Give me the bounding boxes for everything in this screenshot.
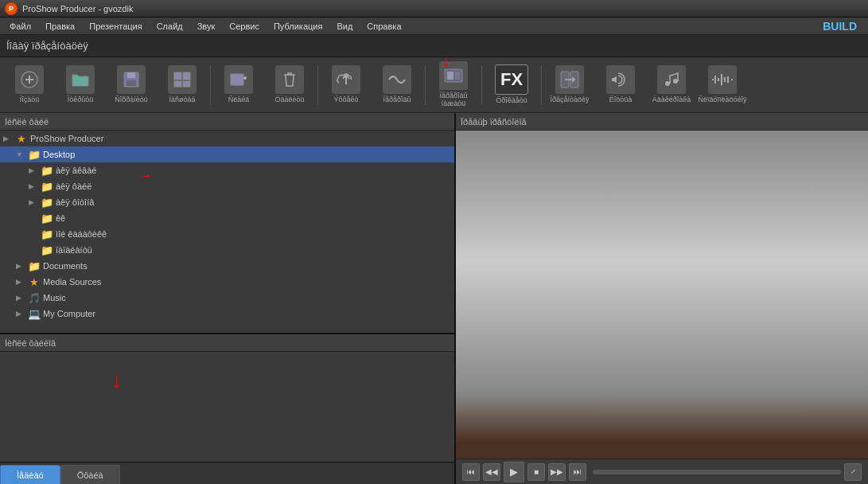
expand-mycomputer: ▶	[16, 310, 25, 318]
preview-drop-area: ↓	[0, 352, 454, 462]
step-fwd-btn[interactable]: ▶▶	[548, 463, 566, 481]
toolbar-sep-3	[425, 65, 426, 105]
effects-icon	[383, 65, 411, 94]
expand-folder3: ▶	[29, 198, 38, 206]
tab-slides[interactable]: Öôàéà	[60, 465, 120, 484]
toolbar-sep-2	[317, 65, 318, 105]
folder3-icon: 📁	[41, 196, 53, 209]
folder4-label: êê	[56, 213, 65, 223]
expand-desktop: ▼	[16, 150, 25, 158]
toolbar-btn-transitions[interactable]: Ïðåçåíòàöèÿ	[545, 61, 594, 109]
create-icon	[15, 65, 44, 94]
save-icon	[117, 65, 146, 94]
menu-edit[interactable]: Правка	[39, 20, 81, 33]
tree-item-music[interactable]: ▶ 🎵 Music	[0, 290, 454, 306]
tree-item-desktop[interactable]: ▼ 📁 Desktop	[0, 146, 454, 162]
music-label: Music	[43, 293, 66, 302]
tree-item-mediasources[interactable]: ▶ ★ Media Sources	[0, 274, 454, 290]
progress-bar[interactable]	[593, 470, 841, 474]
toolbar-btn-create[interactable]: Íîçàòü	[5, 61, 54, 109]
toolbar-btn-publish[interactable]: Ýôôåêò	[321, 61, 371, 109]
tree-item-mycomputer[interactable]: ▶ 💻 My Computer	[0, 306, 454, 322]
right-panel: Ïðåâüþ ïðåñòîëîã ⏮ ◀◀ ▶ ■ ▶▶ ⏭	[456, 113, 868, 484]
svg-point-15	[673, 79, 678, 84]
app-icon: P	[5, 2, 18, 15]
tree-item-proshow[interactable]: ▶ ★ ProShow Producer	[0, 131, 454, 146]
left-panel: Íèñëè ôàéë → ▶ ★ ProShow Producer ▼ 📁 De…	[0, 113, 456, 484]
svg-rect-8	[231, 74, 243, 85]
toolbar-waveform-label: Ñëïäòïïëàöóéîÿ	[698, 96, 746, 104]
toolbar-btn-open[interactable]: Îòêðûòü	[56, 61, 105, 109]
toolbar-btn-effects[interactable]: Ïåðåõîäû	[372, 61, 422, 109]
toolbar-add-label: Ñëàéä	[228, 96, 250, 104]
toolbar-save-label: Ñîõðàíèòü	[115, 96, 148, 104]
add-slide-icon	[224, 65, 253, 94]
content-area: Íèñëè ôàéë → ▶ ★ ProShow Producer ▼ 📁 De…	[0, 113, 868, 484]
toolbar-layout-label: Ìàñøòàá	[169, 96, 195, 104]
tree-item-folder2[interactable]: ▶ 📁 àêÿ ôàéë	[0, 178, 454, 194]
mycomputer-label: My Computer	[43, 309, 95, 318]
menu-slide[interactable]: Слайд	[150, 20, 189, 33]
expand-btn[interactable]: ⤢	[844, 463, 862, 481]
tab-slides-label: Öôàéà	[77, 470, 103, 480]
folder4-icon: 📁	[41, 212, 53, 224]
toolbar-btn-slide[interactable]: Ïåðåõîäû íàæàòü	[429, 61, 478, 109]
tree-item-folder5[interactable]: 📁 ìîé êàáàôèêê	[0, 226, 454, 242]
svg-rect-11	[455, 72, 460, 80]
toolbar-btn-audio[interactable]: Ëîöóüà	[596, 61, 645, 109]
svg-rect-2	[127, 72, 135, 78]
skip-fwd-btn[interactable]: ⏭	[569, 463, 586, 481]
menu-file[interactable]: Файл	[3, 20, 37, 33]
toolbar-slide-label: Ïåðåõîäû íàæàòü	[429, 92, 478, 108]
mediasources-label: Media Sources	[43, 277, 101, 287]
step-back-icon: ◀◀	[485, 467, 498, 476]
tab-media[interactable]: Ìåäèàó	[0, 465, 60, 484]
menu-presentation[interactable]: Презентация	[83, 20, 148, 33]
toolbar-open-label: Îòêðûòü	[68, 96, 94, 104]
skip-back-btn[interactable]: ⏮	[462, 463, 480, 481]
toolbar-sep-4	[481, 65, 482, 105]
toolbar-effects-label: Ïåðåõîäû	[383, 96, 411, 104]
svg-rect-5	[183, 72, 190, 80]
toolbar-btn-music[interactable]: Àäàêéðîàêà	[647, 61, 696, 109]
svg-rect-4	[174, 72, 181, 80]
file-tree[interactable]: → ▶ ★ ProShow Producer ▼ 📁 Desktop ▶ 📁	[0, 131, 454, 333]
toolbar-btn-fx[interactable]: FX Óðîêàåòü	[485, 61, 538, 109]
step-back-btn[interactable]: ◀◀	[483, 463, 500, 481]
proshow-label: ProShow Producer	[30, 134, 103, 143]
tree-item-folder3[interactable]: ▶ 📁 àêÿ ôîòîíâ	[0, 194, 454, 210]
toolbar-btn-layout[interactable]: Ìàñøòàá	[158, 61, 207, 109]
menu-service[interactable]: Сервис	[223, 20, 266, 33]
toolbar-btn-save[interactable]: Ñîõðàíèòü	[107, 61, 156, 109]
layout-icon	[168, 65, 197, 94]
app-title: ProShow Producer - gvozdik	[22, 4, 133, 14]
menu-sound[interactable]: Звук	[191, 20, 222, 33]
tree-item-documents[interactable]: ▶ 📁 Documents	[0, 258, 454, 274]
stop-btn[interactable]: ■	[527, 463, 545, 481]
toolbar-btn-add[interactable]: Ñëàéä	[214, 61, 263, 109]
tab-media-label: Ìåäèàó	[17, 470, 44, 480]
toolbar-btn-menu2[interactable]: Ñëïäòïïëàöóéîÿ	[698, 61, 747, 109]
tree-item-folder6[interactable]: 📁 ïàïàéàíòü	[0, 242, 454, 258]
music-icon	[657, 65, 686, 94]
music-folder-icon: 🎵	[28, 291, 41, 304]
toolbar-btn-remove[interactable]: Óäàëèòü	[265, 61, 314, 109]
menu-view[interactable]: Вид	[330, 20, 359, 33]
proshow-icon: ★	[15, 132, 28, 145]
computer-icon: 💻	[28, 307, 41, 320]
toolbar-music-label: Àäàêéðîàêà	[652, 96, 691, 104]
play-btn[interactable]: ▶	[504, 462, 524, 482]
expand-music: ▶	[16, 294, 25, 302]
slide-icon	[439, 61, 468, 90]
menu-help[interactable]: Справка	[360, 20, 407, 33]
expand-folder1: ▶	[29, 166, 38, 174]
play-icon: ▶	[510, 466, 518, 478]
svg-rect-10	[447, 72, 453, 80]
expand-mediasources: ▶	[16, 278, 25, 286]
tree-item-folder4[interactable]: 📁 êê	[0, 210, 454, 226]
desktop-label: Desktop	[43, 150, 75, 159]
menu-publish[interactable]: Публикация	[267, 20, 329, 33]
desktop-folder-icon: 📁	[28, 148, 41, 161]
tree-item-folder1[interactable]: ▶ 📁 àêÿ âêâàé	[0, 162, 454, 178]
main-title-bar: Íîâàÿ ïðåçåíòàöèÿ	[0, 35, 868, 57]
